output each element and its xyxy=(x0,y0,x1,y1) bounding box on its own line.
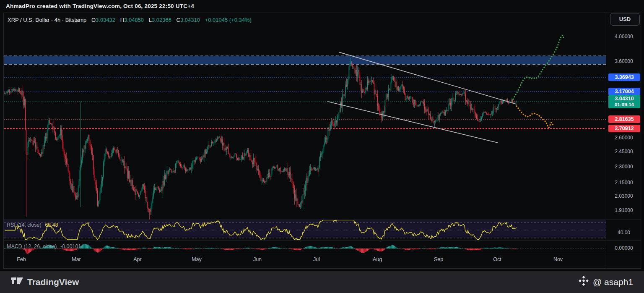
bullish-projection xyxy=(513,35,564,99)
tradingview-logo-text: TradingView xyxy=(27,277,79,287)
macd-histogram-negative xyxy=(20,249,517,254)
rsi-value: 68.48 xyxy=(45,222,58,228)
bearish-projection xyxy=(517,106,553,128)
trendline xyxy=(327,102,498,143)
binance-diamond-icon xyxy=(578,275,589,288)
up-candle-bodies xyxy=(5,63,517,212)
footer-bar: TradingView @ asaph1 xyxy=(0,271,644,293)
macd-name: MACD (12, 26, close) xyxy=(7,243,57,249)
rsi-indicator-label[interactable]: RSI (14, close) 68.48 xyxy=(7,222,58,228)
rsi-name: RSI (14, close) xyxy=(7,222,42,228)
main-pane-graphics xyxy=(4,35,606,221)
tradingview-brand[interactable]: TradingView xyxy=(11,275,79,288)
author-credit-text: @ asaph1 xyxy=(593,277,633,287)
author-credit: @ asaph1 xyxy=(578,275,633,288)
macd-value: -0.00101 xyxy=(60,243,81,249)
down-candle-bodies xyxy=(4,63,517,212)
resistance-zone xyxy=(4,56,606,64)
tradingview-logo-icon xyxy=(11,275,23,288)
macd-indicator-label[interactable]: MACD (12, 26, close) -0.00101 xyxy=(7,243,81,249)
down-candle-wicks xyxy=(4,61,516,221)
chart-canvas[interactable] xyxy=(0,0,644,271)
currency-toggle-button[interactable]: USD xyxy=(610,13,640,26)
